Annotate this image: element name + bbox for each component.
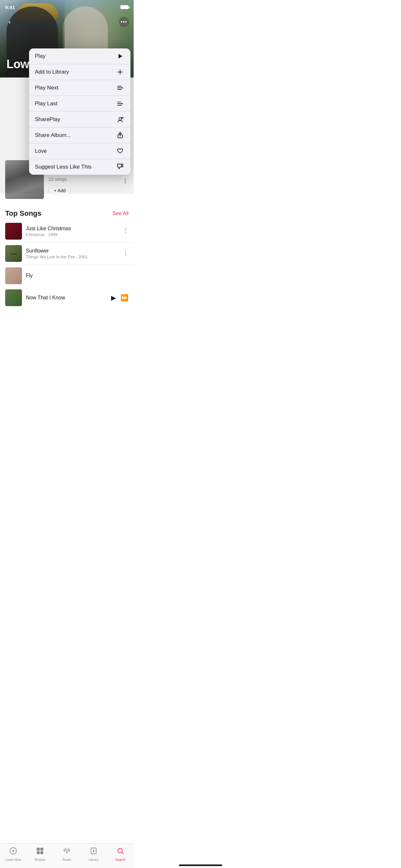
add-button-label: + Add xyxy=(54,188,66,193)
svg-point-18 xyxy=(125,181,126,182)
album-more-button[interactable] xyxy=(122,178,128,199)
song-playback-controls: ▶ ⏩ xyxy=(111,294,128,302)
svg-marker-10 xyxy=(122,103,123,104)
song-title-2: Sunflower xyxy=(26,248,119,254)
add-button[interactable]: + Add xyxy=(49,186,71,195)
back-button[interactable]: ‹ xyxy=(4,17,15,27)
plus-icon xyxy=(116,69,125,75)
song-info-2: Sunflower Things We Lost In the Fire · 2… xyxy=(26,248,119,259)
svg-point-20 xyxy=(125,228,126,229)
song-subtitle-1: Christmas · 1999 xyxy=(26,232,119,237)
song-thumbnail-1 xyxy=(5,223,22,240)
song-thumbnail-2 xyxy=(5,245,22,262)
song-thumbnail-4 xyxy=(5,289,22,306)
menu-item-play-last[interactable]: Play Last xyxy=(29,96,130,112)
context-menu: Play Add to Library Play Next xyxy=(29,49,130,175)
song-row[interactable]: Now That I Know ▶ ⏩ xyxy=(0,287,134,309)
top-songs-title: Top Songs xyxy=(5,209,41,218)
song-title-1: Just Like Christmas xyxy=(26,226,119,231)
menu-item-play-next[interactable]: Play Next xyxy=(29,80,130,96)
svg-point-11 xyxy=(119,118,121,120)
menu-item-add-to-library[interactable]: Add to Library xyxy=(29,64,130,80)
menu-item-play[interactable]: Play xyxy=(29,49,130,64)
song-row[interactable]: Just Like Christmas Christmas · 1999 xyxy=(0,220,134,243)
dislike-icon xyxy=(116,164,125,170)
menu-item-love[interactable]: Love xyxy=(29,144,130,159)
song-info-1: Just Like Christmas Christmas · 1999 xyxy=(26,226,119,237)
song-play-button[interactable]: ▶ xyxy=(111,294,116,302)
menu-play-label: Play xyxy=(35,53,45,59)
main-content: SEP Hey What 10 songs + Add Top Songs Se… xyxy=(0,155,134,341)
menu-play-last-label: Play Last xyxy=(35,100,58,107)
svg-point-22 xyxy=(125,232,126,233)
svg-marker-0 xyxy=(119,54,122,58)
status-time: 9:41 xyxy=(5,4,15,10)
song-title-4: Now That I Know xyxy=(26,295,107,301)
svg-point-12 xyxy=(122,117,123,119)
song-info-3: Fly xyxy=(26,273,128,279)
top-songs-header: Top Songs See All xyxy=(0,204,134,220)
menu-item-share-album[interactable]: Share Album... xyxy=(29,128,130,144)
play-next-icon xyxy=(116,85,125,91)
menu-share-album-label: Share Album... xyxy=(35,132,71,138)
more-dots-icon: ••• xyxy=(121,19,127,25)
svg-point-24 xyxy=(125,252,126,253)
status-bar: 9:41 xyxy=(0,0,134,14)
song-more-button-2[interactable] xyxy=(123,250,128,257)
svg-point-17 xyxy=(125,179,126,180)
menu-item-shareplay[interactable]: SharePlay xyxy=(29,112,130,128)
menu-love-label: Love xyxy=(35,148,47,154)
shareplay-icon xyxy=(116,117,125,122)
heart-icon xyxy=(116,148,125,154)
svg-point-19 xyxy=(125,182,126,184)
battery-indicator xyxy=(120,5,128,9)
song-more-button-1[interactable] xyxy=(123,228,128,235)
album-songs-count: 10 songs xyxy=(49,177,118,182)
svg-marker-6 xyxy=(122,87,123,89)
song-list: Just Like Christmas Christmas · 1999 Sun… xyxy=(0,220,134,309)
back-chevron-icon: ‹ xyxy=(8,18,11,26)
play-last-icon xyxy=(116,101,125,106)
song-thumbnail-3 xyxy=(5,268,22,284)
menu-suggest-less-label: Suggest Less Like This xyxy=(35,164,91,170)
song-title-3: Fly xyxy=(26,273,128,279)
svg-point-25 xyxy=(125,254,126,255)
menu-play-next-label: Play Next xyxy=(35,85,58,91)
more-button[interactable]: ••• xyxy=(119,17,129,27)
menu-shareplay-label: SharePlay xyxy=(35,116,60,123)
menu-add-label: Add to Library xyxy=(35,69,69,75)
svg-point-21 xyxy=(125,230,126,231)
menu-item-suggest-less[interactable]: Suggest Less Like This xyxy=(29,159,130,175)
svg-point-23 xyxy=(125,250,126,251)
play-icon xyxy=(116,53,125,59)
song-row[interactable]: Sunflower Things We Lost In the Fire · 2… xyxy=(0,243,134,265)
artist-name: Low xyxy=(6,58,29,71)
song-fast-forward-button[interactable]: ⏩ xyxy=(120,294,128,302)
song-row[interactable]: Fly xyxy=(0,265,134,287)
song-subtitle-2: Things We Lost In the Fire · 2001 xyxy=(26,254,119,259)
song-info-4: Now That I Know xyxy=(26,295,107,301)
share-icon xyxy=(116,132,125,138)
see-all-button[interactable]: See All xyxy=(112,211,128,216)
